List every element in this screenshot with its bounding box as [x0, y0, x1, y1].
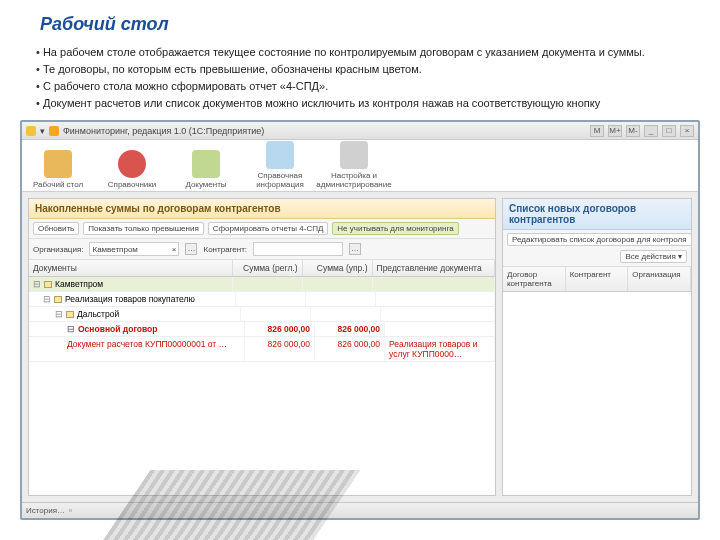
favorites-icon[interactable] — [49, 126, 59, 136]
mem-minus-button[interactable]: M- — [626, 125, 640, 137]
table-row[interactable]: ⊟Дальстрой — [29, 307, 495, 322]
cell-doc: ⊟Реализация товаров покупателю — [29, 292, 236, 306]
cell-upr — [311, 307, 381, 321]
titlebar: ▾ Финмониторинг, редакция 1.0 (1С:Предпр… — [22, 122, 698, 140]
section-label: Документы — [185, 180, 226, 189]
show-exceed-button[interactable]: Показать только превышения — [83, 222, 204, 235]
table-row[interactable]: ⊟Камветпром — [29, 277, 495, 292]
bullet: Те договоры, по которым есть превышение,… — [36, 62, 680, 77]
refresh-button[interactable]: Обновить — [33, 222, 79, 235]
section-bar: Рабочий стол Справочники Документы Справ… — [22, 140, 698, 192]
status-icon[interactable]: ▫ — [69, 506, 72, 515]
cell-reg — [236, 292, 306, 306]
table-row[interactable]: Документ расчетов КУПП00000001 от … 826 … — [29, 337, 495, 362]
sums-panel-title: Накопленные суммы по договорам контраген… — [29, 199, 495, 219]
org-select-button[interactable]: … — [185, 243, 197, 255]
all-actions-button[interactable]: Все действия ▾ — [620, 250, 687, 263]
settings-icon — [340, 141, 368, 169]
sums-table-header: Документы Сумма (регл.) Сумма (упр.) Пре… — [29, 260, 495, 277]
panels-row: Накопленные суммы по договорам контраген… — [22, 192, 698, 502]
cell-upr: 826 000,00 — [315, 322, 385, 336]
cell-reg: 826 000,00 — [245, 337, 315, 361]
cell-repr — [385, 322, 495, 336]
section-documents[interactable]: Документы — [176, 150, 236, 189]
contragent-select-button[interactable]: … — [349, 243, 361, 255]
cell-doc: ⊟Камветпром — [29, 277, 233, 291]
status-bar: История… ▫ — [22, 502, 698, 518]
new-contracts-body — [503, 292, 691, 495]
cell-label: Основной договор — [78, 324, 158, 334]
cell-upr: 826 000,00 — [315, 337, 385, 361]
cell-repr — [376, 292, 495, 306]
col-contract[interactable]: Договор контрагента — [503, 267, 566, 291]
folder-icon — [66, 311, 74, 318]
cell-doc: ⊟Дальстрой — [29, 307, 241, 321]
collapse-icon[interactable]: ⊟ — [55, 309, 63, 319]
col-sum-reg[interactable]: Сумма (регл.) — [233, 260, 303, 276]
section-references[interactable]: Справочники — [102, 150, 162, 189]
cell-reg: 826 000,00 — [245, 322, 315, 336]
slide-title: Рабочий стол — [40, 14, 720, 35]
edit-list-button[interactable]: Редактировать список договоров для контр… — [507, 233, 692, 246]
cell-reg — [233, 277, 303, 291]
maximize-button[interactable]: □ — [662, 125, 676, 137]
bullet: На рабочем столе отображается текущее со… — [36, 45, 680, 60]
exclude-button[interactable]: Не учитывать для мониторинга — [332, 222, 458, 235]
cell-repr: Реализация товаров и услуг КУПП0000… — [385, 337, 495, 361]
collapse-icon[interactable]: ⊟ — [33, 279, 41, 289]
org-input[interactable]: Камветпром× — [89, 242, 179, 256]
section-help[interactable]: Справочная информация — [250, 141, 310, 189]
contragent-input[interactable] — [253, 242, 343, 256]
history-dropdown-icon[interactable]: ▾ — [40, 126, 45, 136]
mem-button[interactable]: M — [590, 125, 604, 137]
collapse-icon[interactable]: ⊟ — [43, 294, 51, 304]
section-settings[interactable]: Настройка и администрирование — [324, 141, 384, 189]
cell-label: Дальстрой — [77, 309, 119, 319]
cell-repr — [373, 277, 495, 291]
make-4spd-button[interactable]: Сформировать отчеты 4-СПД — [208, 222, 329, 235]
section-label: Справочная информация — [250, 171, 310, 189]
help-icon — [266, 141, 294, 169]
documents-icon — [192, 150, 220, 178]
app-window: ▾ Финмониторинг, редакция 1.0 (1С:Предпр… — [20, 120, 700, 520]
desktop-icon — [44, 150, 72, 178]
bullet: Документ расчетов или список документов … — [36, 96, 680, 111]
cell-doc: ⊟Основной договор — [29, 322, 245, 336]
sums-table-body: ⊟Камветпром ⊟Реализация товаров покупате… — [29, 277, 495, 495]
new-contracts-panel: Список новых договоров контрагентов Реда… — [502, 198, 692, 496]
col-contragent[interactable]: Контрагент — [566, 267, 629, 291]
close-button[interactable]: × — [680, 125, 694, 137]
history-link[interactable]: История… — [26, 506, 65, 515]
section-label: Рабочий стол — [33, 180, 83, 189]
contragent-label: Контрагент: — [203, 245, 247, 254]
cell-label: Документ расчетов КУПП00000001 от … — [67, 339, 227, 349]
cell-doc: Документ расчетов КУПП00000001 от … — [29, 337, 245, 361]
table-row[interactable]: ⊟Реализация товаров покупателю — [29, 292, 495, 307]
collapse-icon[interactable]: ⊟ — [67, 324, 75, 334]
minimize-button[interactable]: _ — [644, 125, 658, 137]
mem-plus-button[interactable]: M+ — [608, 125, 622, 137]
window-title: Финмониторинг, редакция 1.0 (1С:Предприя… — [63, 126, 264, 136]
col-sum-upr[interactable]: Сумма (упр.) — [303, 260, 373, 276]
app-icon — [26, 126, 36, 136]
cell-reg — [241, 307, 311, 321]
slide-bullets: На рабочем столе отображается текущее со… — [36, 45, 680, 110]
cell-upr — [303, 277, 373, 291]
sums-toolbar: Обновить Показать только превышения Сфор… — [29, 219, 495, 239]
clear-icon[interactable]: × — [172, 245, 177, 254]
sums-panel: Накопленные суммы по договорам контраген… — [28, 198, 496, 496]
section-label: Настройка и администрирование — [316, 171, 391, 189]
new-contracts-header: Договор контрагента Контрагент Организац… — [503, 267, 691, 292]
new-contracts-title: Список новых договоров контрагентов — [503, 199, 691, 230]
new-contracts-toolbar: Редактировать список договоров для контр… — [503, 230, 691, 267]
org-label: Организация: — [33, 245, 83, 254]
cell-label: Реализация товаров покупателю — [65, 294, 195, 304]
col-repr[interactable]: Представление документа — [373, 260, 495, 276]
cell-upr — [306, 292, 376, 306]
table-row[interactable]: ⊟Основной договор 826 000,00 826 000,00 — [29, 322, 495, 337]
references-icon — [118, 150, 146, 178]
section-desktop[interactable]: Рабочий стол — [28, 150, 88, 189]
col-org[interactable]: Организация — [628, 267, 691, 291]
col-docs[interactable]: Документы — [29, 260, 233, 276]
org-value: Камветпром — [92, 245, 137, 254]
